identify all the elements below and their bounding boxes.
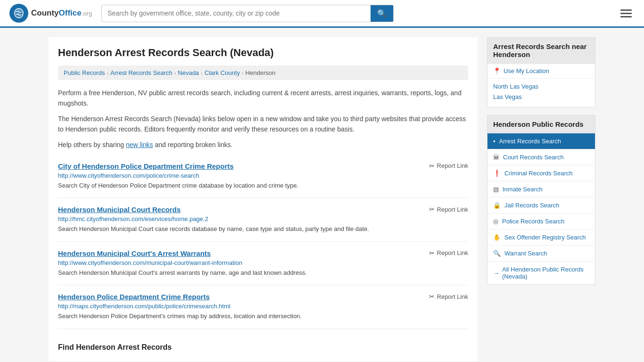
sidebar-record-item: ❗ Criminal Records Search	[487, 165, 595, 181]
site-header: CountyOffice.org 🔍	[0, 0, 644, 28]
main-content: Henderson Arrest Records Search (Nevada)…	[49, 37, 478, 361]
nearby-location-link-0[interactable]: North Las Vegas	[493, 83, 538, 90]
result-url-0: http://www.cityofhenderson.com/police/cr…	[58, 172, 468, 179]
result-url-2: http://www.cityofhenderson.com/municipal…	[58, 259, 468, 266]
page-title: Henderson Arrest Records Search (Nevada)	[58, 47, 468, 59]
result-header: Henderson Municipal Court's Arrest Warra…	[58, 249, 468, 257]
report-link-0[interactable]: ✂ Report Link	[429, 162, 468, 170]
result-item: Henderson Municipal Court Records ✂ Repo…	[58, 198, 468, 242]
search-button[interactable]: 🔍	[371, 5, 393, 22]
new-links-link[interactable]: new links	[126, 141, 153, 148]
result-title-3[interactable]: Henderson Police Department Crime Report…	[58, 293, 210, 301]
bc-sep-4: ›	[242, 70, 244, 76]
sidebar-icon-5: ◎	[493, 218, 498, 225]
sidebar-record-item: ▪ Arrest Records Search	[487, 133, 595, 149]
report-icon-2: ✂	[429, 249, 435, 257]
menu-bar-1	[620, 9, 632, 11]
menu-bar-3	[620, 16, 632, 17]
arrow-icon: →	[493, 270, 499, 277]
result-desc-0: Search City of Henderson Police Departme…	[58, 181, 468, 190]
sidebar-record-item: ▤ Inmate Search	[487, 181, 595, 197]
nearby-location-item: North Las Vegas	[493, 82, 589, 90]
sidebar-record-item: 🔍 Warrant Search	[487, 246, 595, 261]
search-icon: 🔍	[377, 9, 387, 17]
public-records-section: Henderson Public Records ▪ Arrest Record…	[487, 115, 595, 285]
all-records-link[interactable]: → All Henderson Public Records (Nevada)	[487, 261, 595, 284]
description-para-3: Help others by sharing new links and rep…	[58, 140, 468, 150]
breadcrumb: Public Records › Arrest Records Search ›…	[58, 66, 468, 80]
sidebar-icon-3: ▤	[493, 186, 499, 193]
nearby-section: Arrest Records Search near Henderson 📍 U…	[487, 37, 595, 107]
description-para-2: The Henderson Arrest Records Search (Nev…	[58, 114, 468, 135]
description-para-1: Perform a free Henderson, NV public arre…	[58, 88, 468, 109]
result-header: Henderson Municipal Court Records ✂ Repo…	[58, 206, 468, 214]
records-list: ▪ Arrest Records Search 🏛 Court Records …	[487, 133, 595, 261]
sidebar-record-link-2[interactable]: ❗ Criminal Records Search	[487, 165, 595, 181]
search-bar: 🔍	[101, 5, 394, 22]
sidebar-icon-6: ✋	[493, 234, 501, 241]
sidebar-record-label-7: Warrant Search	[504, 250, 547, 257]
sidebar-record-item: ✋ Sex Offender Registry Search	[487, 230, 595, 246]
result-item: City of Henderson Police Department Crim…	[58, 155, 468, 198]
all-records-label: All Henderson Public Records (Nevada)	[502, 266, 589, 280]
sidebar-icon-2: ❗	[493, 170, 501, 177]
sidebar-record-label-3: Inmate Search	[503, 186, 543, 193]
result-url-1: http://hmc.cityofhenderson.com/eservices…	[58, 215, 468, 222]
sidebar-record-link-4[interactable]: 🔒 Jail Records Search	[487, 197, 595, 213]
breadcrumb-public-records[interactable]: Public Records	[64, 69, 105, 76]
sidebar-record-label-1: Court Records Search	[503, 154, 564, 161]
sidebar-icon-0: ▪	[493, 138, 495, 145]
search-input[interactable]	[102, 6, 371, 21]
report-link-3[interactable]: ✂ Report Link	[429, 293, 468, 300]
sidebar-icon-4: 🔒	[493, 202, 501, 209]
result-header: Henderson Police Department Crime Report…	[58, 293, 468, 301]
location-pin-icon: 📍	[493, 67, 501, 74]
sidebar-record-item: 🏛 Court Records Search	[487, 149, 595, 165]
sidebar: Arrest Records Search near Henderson 📍 U…	[487, 37, 595, 361]
menu-button[interactable]	[618, 7, 635, 20]
breadcrumb-arrest-records-search[interactable]: Arrest Records Search	[110, 69, 173, 76]
sidebar-record-link-1[interactable]: 🏛 Court Records Search	[487, 149, 595, 165]
result-title-1[interactable]: Henderson Municipal Court Records	[58, 206, 181, 214]
result-header: City of Henderson Police Department Crim…	[58, 162, 468, 170]
result-desc-1: Search Henderson Municipal Court case re…	[58, 224, 468, 234]
sidebar-record-label-2: Criminal Records Search	[504, 170, 573, 177]
report-icon-1: ✂	[429, 206, 435, 213]
logo-icon	[9, 4, 28, 23]
sidebar-record-item: ◎ Police Records Search	[487, 214, 595, 230]
result-item: Henderson Municipal Court's Arrest Warra…	[58, 242, 468, 286]
sidebar-record-link-5[interactable]: ◎ Police Records Search	[487, 214, 595, 229]
breadcrumb-clark-county[interactable]: Clark County	[205, 69, 240, 76]
sidebar-record-label-6: Sex Offender Registry Search	[504, 234, 586, 241]
nearby-location-link-1[interactable]: Las Vegas	[493, 93, 522, 100]
result-desc-3: Search Henderson Police Department's cri…	[58, 312, 468, 321]
desc-post-text: and reporting broken links.	[153, 141, 233, 148]
nearby-locations-list: North Las VegasLas Vegas	[487, 79, 595, 107]
sidebar-record-link-7[interactable]: 🔍 Warrant Search	[487, 246, 595, 261]
main-layout: Henderson Arrest Records Search (Nevada)…	[39, 28, 605, 362]
sidebar-record-link-6[interactable]: ✋ Sex Offender Registry Search	[487, 230, 595, 245]
bc-sep-3: ›	[201, 70, 203, 76]
sidebar-record-link-0[interactable]: ▪ Arrest Records Search	[487, 133, 595, 149]
nearby-title: Arrest Records Search near Henderson	[487, 38, 595, 64]
result-title-0[interactable]: City of Henderson Police Department Crim…	[58, 162, 234, 170]
results-list: City of Henderson Police Department Crim…	[58, 155, 468, 329]
report-link-2[interactable]: ✂ Report Link	[429, 249, 468, 257]
site-logo[interactable]: CountyOffice.org	[9, 4, 92, 23]
result-desc-2: Search Henderson Municipal Court's arres…	[58, 268, 468, 278]
sidebar-icon-1: 🏛	[493, 154, 499, 161]
report-link-1[interactable]: ✂ Report Link	[429, 206, 468, 213]
breadcrumb-nevada[interactable]: Nevada	[178, 69, 199, 76]
use-my-location[interactable]: 📍 Use My Location	[487, 64, 595, 79]
sidebar-record-link-3[interactable]: ▤ Inmate Search	[487, 181, 595, 197]
sidebar-record-item: 🔒 Jail Records Search	[487, 197, 595, 214]
use-location-label: Use My Location	[504, 67, 549, 74]
find-section-heading: Find Henderson Arrest Records	[58, 338, 468, 352]
desc-pre-text: Help others by sharing	[58, 141, 126, 148]
sidebar-record-label-5: Police Records Search	[502, 218, 564, 225]
menu-bar-2	[620, 13, 632, 14]
result-title-2[interactable]: Henderson Municipal Court's Arrest Warra…	[58, 249, 211, 257]
logo-name-text: CountyOffice.org	[31, 8, 92, 18]
breadcrumb-henderson: Henderson	[246, 69, 276, 76]
report-icon-3: ✂	[429, 293, 435, 300]
